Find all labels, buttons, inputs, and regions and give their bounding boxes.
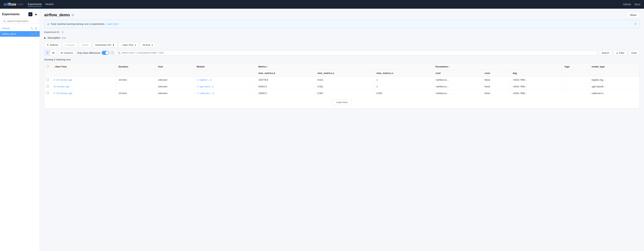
experiment-list: Default ✏️ 🗑️ airflow_demo ✏️ 🗑️ [0, 25, 40, 37]
github-link[interactable]: GitHub [623, 3, 631, 6]
filter-button[interactable]: ⚌ Filter [614, 50, 627, 55]
row3-rime-n2: 0.652 [374, 90, 433, 97]
subheader-duration [116, 70, 156, 76]
subheader-rime-d: rime_metrics.d [256, 70, 315, 76]
columns-button[interactable]: ⚙ Columns [58, 50, 75, 55]
delete-airflow-icon[interactable]: 🗑️ [35, 33, 38, 35]
row1-checkbox[interactable] [46, 78, 49, 81]
row1-checkbox-cell [44, 76, 51, 83]
row3-model-link[interactable]: ⬡ catboost-c.../1 [197, 92, 254, 95]
row2-model-link[interactable]: ⬡ sgd-classi.../1 [197, 85, 254, 88]
grid-view-button[interactable]: ⊞ [50, 50, 56, 55]
header-duration: Duration [116, 63, 156, 70]
row1-model-link[interactable]: ⬡ logistic-r.../1 [197, 78, 254, 81]
run-search-button[interactable]: Search [599, 50, 612, 55]
duration-label: Duration [118, 65, 128, 68]
info-banner: ● Track machine learning training runs i… [44, 20, 640, 28]
edit-airflow-icon[interactable]: ✏️ [30, 33, 33, 35]
main-content: airflow_demo ⧉ Share ● Track machine lea… [40, 9, 644, 251]
add-experiment-button[interactable]: + [28, 12, 32, 16]
row3-conn: None [482, 90, 510, 97]
row3-start-time-link[interactable]: 10 minutes ago [56, 92, 72, 95]
sidebar-item-label-airflow-demo: airflow_demo [2, 32, 30, 35]
row3-conf: <airflow.co... [433, 90, 482, 97]
sidebar-item-default[interactable]: Default ✏️ 🗑️ [0, 25, 40, 31]
row3-status-icon: ✔ [54, 92, 56, 95]
row2-start-time: 10 minutes ago [51, 83, 116, 90]
row2-checkbox[interactable] [46, 85, 49, 87]
row2-conn: None [482, 83, 510, 90]
diff-help-icon[interactable]: ? [110, 51, 114, 54]
list-view-button[interactable]: ☰ [44, 50, 50, 55]
row3-checkbox[interactable] [46, 92, 49, 94]
edit-default-icon[interactable]: ✏️ [30, 27, 33, 30]
version-label: 1.26.1 [18, 3, 23, 5]
runs-count: Showing 3 matching runs [44, 58, 640, 61]
learn-more-link[interactable]: Learn more [106, 23, 118, 25]
info-dot-icon: ● [47, 22, 49, 26]
experiment-title-row: airflow_demo ⧉ [44, 13, 74, 17]
row2-rime-n2: 1 [374, 83, 433, 90]
header-right: GitHub Docs [623, 3, 640, 6]
refresh-icon: ↻ [47, 43, 49, 46]
sidebar-item-airflow-demo[interactable]: airflow_demo ✏️ 🗑️ [0, 31, 40, 37]
model-icon3: ⬡ [197, 92, 199, 95]
logo-text: mlflow [4, 2, 16, 7]
row1-start-time-link[interactable]: 10 minutes ago [56, 78, 72, 81]
select-all-checkbox[interactable] [46, 65, 49, 67]
compare-button[interactable]: Compare [62, 42, 78, 48]
params-chevron-icon[interactable]: › [449, 66, 450, 68]
start-time-label: ↓ Start Time [121, 43, 134, 46]
metrics-chevron-icon[interactable]: › [267, 66, 268, 68]
subheader-conf: conf [433, 70, 482, 76]
docs-link[interactable]: Docs [634, 3, 640, 6]
row1-model-type: logistic-reg... [589, 76, 640, 83]
start-time-sort-label[interactable]: ↓ Start Time [54, 65, 67, 68]
load-more-row: Load more [44, 96, 640, 108]
row2-model: ⬡ sgd-classi.../1 [194, 83, 256, 90]
delete-default-icon[interactable]: 🗑️ [35, 27, 38, 30]
nav-experiments[interactable]: Experiments [28, 2, 42, 7]
experiment-id-label: Experiment ID： [44, 31, 62, 33]
row1-status-icon: ✔ [54, 78, 56, 81]
copy-icon[interactable]: ⧉ [72, 13, 74, 17]
metrics-group-label: Metrics › [258, 65, 431, 68]
nav-models[interactable]: Models [46, 2, 54, 7]
close-banner-button[interactable]: ✕ [634, 22, 636, 26]
models-label: Models [197, 65, 205, 68]
time-range-label: All time [142, 43, 150, 46]
header-models: Models [194, 63, 256, 70]
share-button[interactable]: Share [627, 12, 640, 18]
row2-checkbox-cell [44, 83, 51, 90]
sidebar-item-actions-default: ✏️ 🗑️ [30, 27, 38, 30]
header-tags-group: Tags [562, 63, 589, 70]
start-time-dropdown[interactable]: ↓ Start Time ∨ [118, 42, 139, 48]
table-header-row: ↓ Start Time Duration User Models [44, 63, 640, 70]
search-experiments-input[interactable] [2, 18, 38, 24]
download-csv-button[interactable]: Download CSV ⬇ [93, 42, 117, 48]
load-more-button[interactable]: Load more [332, 99, 352, 105]
sidebar: Experiments + ◀ Default ✏️ 🗑️ airflow_de… [0, 9, 40, 251]
diff-toggle-switch[interactable] [102, 51, 109, 55]
download-csv-label: Download CSV [96, 43, 112, 46]
clear-button[interactable]: Clear [628, 50, 640, 55]
time-range-dropdown[interactable]: All time ∨ [140, 42, 156, 48]
subheader-tags [562, 70, 589, 76]
main-nav: Experiments Models [28, 2, 54, 7]
description-arrow-icon[interactable]: ▶ [44, 36, 46, 39]
refresh-button[interactable]: ↻ Refresh [44, 42, 61, 48]
run-search-input[interactable] [122, 51, 595, 54]
table-row: ✔ 10 minutes ago 10.0min unknown ⬡ logis… [44, 76, 640, 83]
header-model-type: model_type [589, 63, 640, 70]
sidebar-header: Experiments + ◀ [0, 11, 40, 18]
row1-conf: <airflow.co... [433, 76, 482, 83]
row2-start-time-link[interactable]: 10 minutes ago [54, 85, 70, 88]
diff-toggle-label: Only show differences [77, 51, 100, 54]
subheader-check [44, 70, 51, 76]
delete-button[interactable]: Delete [79, 42, 91, 48]
sidebar-item-actions-airflow-demo: ✏️ 🗑️ [30, 33, 38, 35]
runs-table: ↓ Start Time Duration User Models [44, 63, 640, 96]
description-edit-link[interactable]: Edit [62, 36, 66, 39]
row3-checkbox-cell [44, 90, 51, 97]
collapse-sidebar-button[interactable]: ◀ [34, 12, 38, 16]
